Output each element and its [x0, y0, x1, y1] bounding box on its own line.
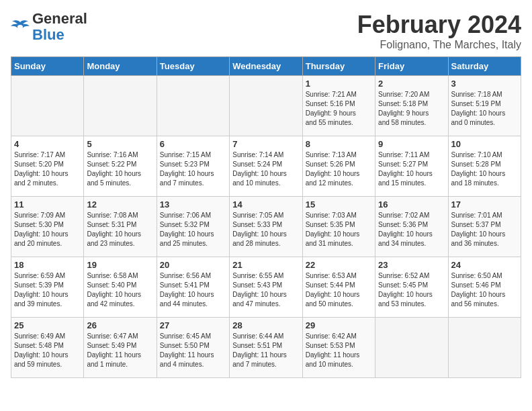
- day-number: 12: [87, 199, 153, 210]
- day-number: 1: [306, 79, 372, 89]
- calendar-cell: 6Sunrise: 7:15 AMSunset: 5:23 PMDaylight…: [157, 136, 229, 197]
- day-info: Sunrise: 7:10 AMSunset: 5:28 PMDaylight:…: [451, 150, 518, 188]
- calendar-cell: 23Sunrise: 6:52 AMSunset: 5:45 PMDayligh…: [375, 257, 448, 318]
- day-info: Sunrise: 6:58 AMSunset: 5:40 PMDaylight:…: [87, 271, 153, 309]
- day-info: Sunrise: 6:52 AMSunset: 5:45 PMDaylight:…: [378, 271, 445, 309]
- day-info: Sunrise: 7:14 AMSunset: 5:24 PMDaylight:…: [232, 150, 299, 188]
- day-number: 14: [232, 199, 299, 210]
- day-info: Sunrise: 6:49 AMSunset: 5:48 PMDaylight:…: [14, 332, 81, 369]
- day-info: Sunrise: 6:56 AMSunset: 5:41 PMDaylight:…: [160, 271, 226, 309]
- calendar-cell: 18Sunrise: 6:59 AMSunset: 5:39 PMDayligh…: [11, 257, 84, 318]
- day-info: Sunrise: 6:44 AMSunset: 5:51 PMDaylight:…: [232, 332, 299, 369]
- calendar-cell: [84, 76, 157, 136]
- day-number: 3: [451, 79, 518, 89]
- day-info: Sunrise: 7:09 AMSunset: 5:30 PMDaylight:…: [14, 211, 81, 248]
- day-info: Sunrise: 7:05 AMSunset: 5:33 PMDaylight:…: [232, 211, 299, 248]
- day-number: 18: [14, 260, 81, 270]
- calendar-cell: 1Sunrise: 7:21 AMSunset: 5:16 PMDaylight…: [302, 76, 375, 136]
- day-number: 8: [306, 139, 372, 149]
- calendar-cell: 20Sunrise: 6:56 AMSunset: 5:41 PMDayligh…: [157, 257, 229, 318]
- title-area: February 2024 Folignano, The Marches, It…: [357, 11, 521, 51]
- calendar-cell: 14Sunrise: 7:05 AMSunset: 5:33 PMDayligh…: [230, 197, 302, 257]
- day-number: 21: [232, 260, 299, 270]
- calendar-cell: [11, 76, 84, 136]
- day-header-wednesday: Wednesday: [230, 57, 302, 76]
- logo-text: GeneralBlue: [32, 11, 87, 43]
- day-number: 19: [87, 260, 153, 270]
- day-header-monday: Monday: [84, 57, 157, 76]
- calendar-cell: 15Sunrise: 7:03 AMSunset: 5:35 PMDayligh…: [302, 197, 375, 257]
- day-info: Sunrise: 6:47 AMSunset: 5:49 PMDaylight:…: [87, 332, 153, 369]
- day-number: 26: [87, 320, 153, 330]
- calendar-cell: 5Sunrise: 7:16 AMSunset: 5:22 PMDaylight…: [84, 136, 157, 197]
- calendar-cell: 16Sunrise: 7:02 AMSunset: 5:36 PMDayligh…: [375, 197, 448, 257]
- day-header-thursday: Thursday: [302, 57, 375, 76]
- day-info: Sunrise: 7:06 AMSunset: 5:32 PMDaylight:…: [160, 211, 226, 248]
- calendar-cell: 27Sunrise: 6:45 AMSunset: 5:50 PMDayligh…: [157, 318, 229, 378]
- day-info: Sunrise: 7:08 AMSunset: 5:31 PMDaylight:…: [87, 211, 153, 248]
- day-number: 22: [306, 260, 372, 270]
- day-number: 28: [232, 320, 299, 330]
- calendar-cell: [230, 76, 302, 136]
- day-number: 16: [378, 199, 445, 210]
- day-info: Sunrise: 7:15 AMSunset: 5:23 PMDaylight:…: [160, 150, 226, 188]
- day-info: Sunrise: 7:01 AMSunset: 5:37 PMDaylight:…: [451, 211, 518, 248]
- day-number: 29: [306, 320, 372, 330]
- day-info: Sunrise: 7:16 AMSunset: 5:22 PMDaylight:…: [87, 150, 153, 188]
- calendar-cell: [375, 318, 448, 378]
- day-info: Sunrise: 7:13 AMSunset: 5:26 PMDaylight:…: [306, 150, 372, 188]
- calendar-table: SundayMondayTuesdayWednesdayThursdayFrid…: [11, 56, 521, 378]
- calendar-cell: 4Sunrise: 7:17 AMSunset: 5:20 PMDaylight…: [11, 136, 84, 197]
- day-header-tuesday: Tuesday: [157, 57, 229, 76]
- calendar-cell: 11Sunrise: 7:09 AMSunset: 5:30 PMDayligh…: [11, 197, 84, 257]
- calendar-cell: 28Sunrise: 6:44 AMSunset: 5:51 PMDayligh…: [230, 318, 302, 378]
- day-number: 9: [378, 139, 445, 149]
- day-header-saturday: Saturday: [448, 57, 521, 76]
- day-number: 20: [160, 260, 226, 270]
- subtitle: Folignano, The Marches, Italy: [357, 39, 521, 51]
- header: GeneralBlue February 2024 Folignano, The…: [11, 11, 521, 51]
- day-info: Sunrise: 7:17 AMSunset: 5:20 PMDaylight:…: [14, 150, 81, 188]
- calendar-cell: 10Sunrise: 7:10 AMSunset: 5:28 PMDayligh…: [448, 136, 521, 197]
- day-info: Sunrise: 7:11 AMSunset: 5:27 PMDaylight:…: [378, 150, 445, 188]
- day-info: Sunrise: 6:59 AMSunset: 5:39 PMDaylight:…: [14, 271, 81, 309]
- calendar-cell: 9Sunrise: 7:11 AMSunset: 5:27 PMDaylight…: [375, 136, 448, 197]
- day-number: 10: [451, 139, 518, 149]
- calendar-cell: [157, 76, 229, 136]
- day-number: 24: [451, 260, 518, 270]
- calendar-cell: 19Sunrise: 6:58 AMSunset: 5:40 PMDayligh…: [84, 257, 157, 318]
- day-number: 23: [378, 260, 445, 270]
- day-info: Sunrise: 7:21 AMSunset: 5:16 PMDaylight:…: [306, 90, 372, 128]
- calendar-cell: 2Sunrise: 7:20 AMSunset: 5:18 PMDaylight…: [375, 76, 448, 136]
- calendar-cell: [448, 318, 521, 378]
- calendar-cell: 26Sunrise: 6:47 AMSunset: 5:49 PMDayligh…: [84, 318, 157, 378]
- day-number: 6: [160, 139, 226, 149]
- calendar-cell: 3Sunrise: 7:18 AMSunset: 5:19 PMDaylight…: [448, 76, 521, 136]
- day-number: 11: [14, 199, 81, 210]
- calendar-cell: 22Sunrise: 6:53 AMSunset: 5:44 PMDayligh…: [302, 257, 375, 318]
- day-info: Sunrise: 6:42 AMSunset: 5:53 PMDaylight:…: [306, 332, 372, 369]
- calendar-cell: 24Sunrise: 6:50 AMSunset: 5:46 PMDayligh…: [448, 257, 521, 318]
- calendar-cell: 8Sunrise: 7:13 AMSunset: 5:26 PMDaylight…: [302, 136, 375, 197]
- calendar-cell: 17Sunrise: 7:01 AMSunset: 5:37 PMDayligh…: [448, 197, 521, 257]
- day-number: 13: [160, 199, 226, 210]
- day-info: Sunrise: 6:53 AMSunset: 5:44 PMDaylight:…: [306, 271, 372, 309]
- day-number: 2: [378, 79, 445, 89]
- day-info: Sunrise: 6:45 AMSunset: 5:50 PMDaylight:…: [160, 332, 226, 369]
- day-info: Sunrise: 7:03 AMSunset: 5:35 PMDaylight:…: [306, 211, 372, 248]
- day-number: 4: [14, 139, 81, 149]
- day-number: 15: [306, 199, 372, 210]
- logo: GeneralBlue: [11, 11, 87, 43]
- calendar-cell: 13Sunrise: 7:06 AMSunset: 5:32 PMDayligh…: [157, 197, 229, 257]
- calendar-cell: 7Sunrise: 7:14 AMSunset: 5:24 PMDaylight…: [230, 136, 302, 197]
- day-info: Sunrise: 7:20 AMSunset: 5:18 PMDaylight:…: [378, 90, 445, 128]
- day-number: 27: [160, 320, 226, 330]
- calendar-cell: 29Sunrise: 6:42 AMSunset: 5:53 PMDayligh…: [302, 318, 375, 378]
- calendar-cell: 21Sunrise: 6:55 AMSunset: 5:43 PMDayligh…: [230, 257, 302, 318]
- calendar-cell: 12Sunrise: 7:08 AMSunset: 5:31 PMDayligh…: [84, 197, 157, 257]
- day-number: 17: [451, 199, 518, 210]
- day-number: 25: [14, 320, 81, 330]
- day-info: Sunrise: 7:18 AMSunset: 5:19 PMDaylight:…: [451, 90, 518, 128]
- day-header-friday: Friday: [375, 57, 448, 76]
- main-title: February 2024: [357, 11, 521, 39]
